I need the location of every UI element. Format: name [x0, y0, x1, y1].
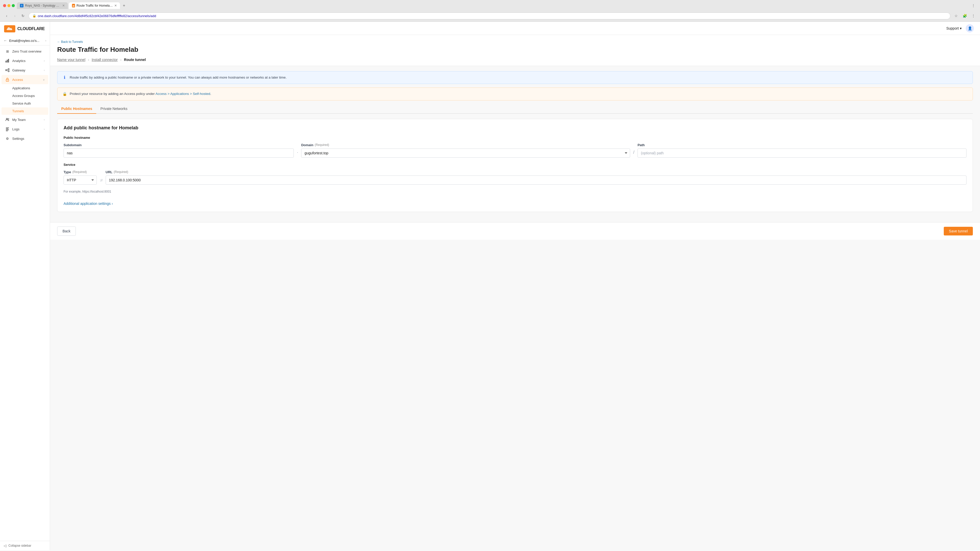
lock-icon: 🔒	[32, 14, 36, 17]
type-label: Type (Required)	[64, 170, 97, 174]
tab-favicon-1: S	[20, 4, 24, 7]
sidebar-item-analytics[interactable]: Analytics ›	[2, 56, 48, 65]
browser-settings-icon[interactable]: ⋮	[970, 2, 977, 9]
browser-toolbar-icons: ☆ 🧩 ⋮	[953, 12, 977, 19]
tab-close-2[interactable]: ✕	[115, 4, 117, 7]
page-footer: Back Save tunnel	[50, 222, 980, 240]
back-button[interactable]: Back	[57, 227, 76, 236]
svg-rect-12	[6, 127, 9, 128]
support-chevron-icon: ▾	[960, 26, 962, 30]
tab-close-1[interactable]: ✕	[62, 4, 65, 7]
back-button[interactable]: ‹	[3, 12, 10, 19]
hostname-section-label: Public hostname	[64, 136, 966, 140]
subdomain-label: Subdomain	[64, 143, 294, 147]
warning-alert-link[interactable]: Access > Applications > Self-hosted	[156, 92, 210, 96]
sidebar-account[interactable]: ← Email@royleo.co's... ›	[0, 36, 50, 45]
subdomain-group: Subdomain	[64, 143, 294, 158]
wizard-step-name[interactable]: Name your tunnel	[57, 58, 86, 62]
tab-title-1: Roys_NAS - Synology NAS	[25, 4, 61, 7]
warning-alert-prefix: Protect your resource by adding an Acces…	[70, 92, 156, 96]
maximize-window-button[interactable]	[12, 4, 15, 7]
reload-button[interactable]: ↻	[19, 12, 27, 19]
sidebar-collapse-button[interactable]: ◁ Collapse sidebar	[0, 541, 50, 550]
forward-button[interactable]: ›	[11, 12, 18, 19]
sidebar-item-logs-label: Logs	[12, 127, 41, 131]
support-label: Support	[946, 26, 959, 30]
sidebar-item-gateway[interactable]: Gateway ›	[2, 65, 48, 75]
tab-title-2: Route Traffic for Homelab - Cl...	[76, 4, 113, 7]
breadcrumb-link[interactable]: ← Back to Tunnels	[57, 40, 83, 44]
svg-point-9	[7, 80, 8, 81]
back-arrow-icon: ←	[3, 38, 7, 43]
type-group: Type (Required) HTTP HTTPS SSH RDP SMB T…	[64, 170, 97, 185]
sidebar-item-logs[interactable]: Logs ›	[2, 124, 48, 134]
minimize-window-button[interactable]	[7, 4, 11, 7]
logs-icon	[5, 127, 10, 131]
breadcrumb: ← Back to Tunnels	[57, 40, 973, 44]
lock-alert-icon: 🔒	[62, 91, 67, 97]
browser-tab-2[interactable]: ☁ Route Traffic for Homelab - Cl... ✕	[69, 2, 120, 9]
info-icon: ℹ	[64, 75, 65, 81]
tab-favicon-2: ☁	[72, 4, 75, 7]
new-tab-button[interactable]: +	[121, 3, 127, 9]
sidebar-sub-item-service-auth[interactable]: Service Auth	[2, 100, 48, 107]
wizard-step-install[interactable]: Install connector	[92, 58, 118, 62]
type-select[interactable]: HTTP HTTPS SSH RDP SMB TCP UDP	[64, 176, 97, 185]
hostname-form-row: Subdomain · Domain (Required) gugufor	[64, 143, 966, 158]
sidebar-item-access[interactable]: Access ∨	[2, 75, 48, 84]
tab-private-networks[interactable]: Private Networks	[96, 104, 131, 114]
svg-point-4	[8, 68, 10, 70]
sidebar-sub-item-tunnels-label: Tunnels	[12, 109, 24, 113]
wizard-arrow-2: ›	[120, 58, 121, 62]
user-account-button[interactable]: 👤	[966, 24, 974, 32]
gateway-icon	[5, 68, 10, 73]
svg-rect-13	[6, 129, 8, 129]
additional-settings-link[interactable]: Additional application settings ›	[64, 202, 113, 206]
sidebar-sub-item-tunnels[interactable]: Tunnels	[2, 107, 48, 115]
menu-icon[interactable]: ⋮	[970, 12, 977, 19]
address-text: one.dash.cloudflare.com/4d8df4f5c82cbf42…	[38, 14, 156, 18]
main-content: ← Back to Tunnels Route Traffic for Home…	[50, 35, 980, 550]
additional-settings-section: Additional application settings ›	[64, 200, 966, 206]
browser-chrome: S Roys_NAS - Synology NAS ✕ ☁ Route Traf…	[0, 0, 980, 22]
sidebar: CLOUDFLARE ← Email@royleo.co's... › ⊞ Ze…	[0, 22, 50, 550]
browser-dots	[3, 4, 15, 7]
subdomain-input[interactable]	[64, 148, 294, 158]
sidebar-sub-item-applications-label: Applications	[12, 86, 30, 90]
support-button[interactable]: Support ▾	[946, 26, 962, 30]
browser-tabs: S Roys_NAS - Synology NAS ✕ ☁ Route Traf…	[17, 2, 968, 9]
url-required: (Required)	[114, 170, 128, 174]
example-text: For example, https://localhost:8001	[64, 190, 966, 193]
sidebar-sub-item-access-groups[interactable]: Access Groups	[2, 92, 48, 100]
url-input[interactable]	[106, 176, 966, 185]
browser-addressbar: ‹ › ↻ 🔒 one.dash.cloudflare.com/4d8df4f5…	[0, 11, 980, 21]
svg-point-5	[8, 71, 10, 72]
form-card-title: Add public hostname for Homelab	[64, 125, 966, 130]
info-alert-icon: ℹ	[62, 75, 67, 80]
save-tunnel-button[interactable]: Save tunnel	[944, 227, 973, 235]
close-window-button[interactable]	[3, 4, 6, 7]
sidebar-item-settings[interactable]: ⚙ Settings	[2, 134, 48, 143]
sidebar-item-my-team[interactable]: My Team ›	[2, 115, 48, 124]
sidebar-item-gateway-label: Gateway	[12, 68, 41, 72]
bookmark-icon[interactable]: ☆	[953, 12, 959, 19]
logs-chevron-icon: ›	[44, 128, 45, 130]
top-nav: Support ▾ 👤	[50, 22, 980, 35]
sidebar-item-zero-trust[interactable]: ⊞ Zero Trust overview	[2, 47, 48, 56]
address-bar[interactable]: 🔒 one.dash.cloudflare.com/4d8df4f5c82cbf…	[29, 13, 950, 19]
additional-settings-arrow-icon: ›	[111, 202, 113, 206]
extensions-icon[interactable]: 🧩	[961, 12, 968, 19]
tabs-container: Public Hostnames Private Networks	[57, 104, 973, 114]
tab-public-hostnames[interactable]: Public Hostnames	[57, 104, 96, 114]
my-team-chevron-icon: ›	[44, 118, 45, 121]
type-required: (Required)	[72, 170, 87, 174]
path-label: Path	[638, 143, 966, 147]
main-panel: Support ▾ 👤 ← Back to Tunnels Route Traf…	[50, 22, 980, 550]
path-input[interactable]	[638, 148, 966, 158]
sidebar-item-analytics-label: Analytics	[12, 59, 41, 63]
browser-tab-1[interactable]: S Roys_NAS - Synology NAS ✕	[17, 2, 68, 9]
svg-rect-15	[6, 130, 8, 131]
sidebar-sub-item-service-auth-label: Service Auth	[12, 102, 31, 105]
sidebar-sub-item-applications[interactable]: Applications	[2, 84, 48, 92]
domain-select[interactable]: gugufortest.top	[301, 148, 630, 158]
